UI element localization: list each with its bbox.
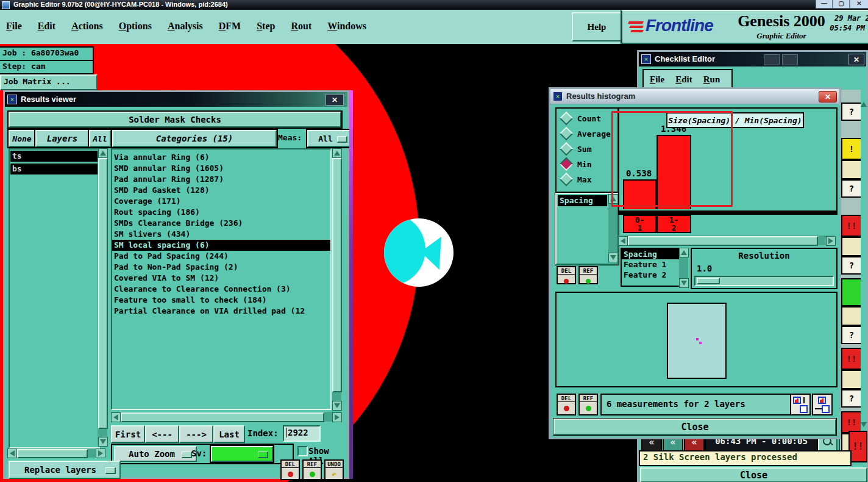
layer-item[interactable]: ts bbox=[10, 151, 98, 162]
checklist-scroll-edge[interactable] bbox=[861, 90, 866, 456]
checklist-close-button[interactable]: Close bbox=[640, 467, 867, 482]
status-error-button[interactable]: !! bbox=[841, 411, 862, 433]
result-box[interactable] bbox=[841, 160, 862, 179]
histogram-export-button[interactable] bbox=[790, 394, 811, 415]
stat-count[interactable]: Count bbox=[561, 113, 601, 123]
category-item[interactable]: SMDs Clearance Bridge (236) bbox=[112, 218, 330, 229]
histogram-del-button[interactable]: DEL bbox=[557, 266, 576, 284]
category-item[interactable]: Feature too small to check (184) bbox=[112, 295, 330, 306]
category-item[interactable]: SMD annular Ring (1605) bbox=[112, 163, 330, 174]
slider-thumb[interactable] bbox=[697, 278, 720, 284]
categories-header-button[interactable]: Categories (15) bbox=[112, 130, 277, 147]
meas-dropdown[interactable]: All bbox=[307, 130, 352, 147]
first-button[interactable]: First bbox=[111, 425, 145, 443]
result-box[interactable] bbox=[841, 370, 862, 389]
auto-zoom-dropdown[interactable]: Auto Zoom bbox=[114, 446, 197, 462]
measures-list[interactable]: Spacing bbox=[555, 193, 619, 265]
menu-step[interactable]: Step bbox=[257, 21, 275, 32]
layers-h-scrollbar[interactable] bbox=[7, 448, 105, 458]
index-input[interactable]: 2922 bbox=[283, 425, 321, 442]
menu-actions[interactable]: Actions bbox=[71, 21, 103, 32]
menu-analysis[interactable]: Analysis bbox=[168, 21, 203, 32]
status-error-button[interactable]: !! bbox=[841, 215, 862, 237]
job-matrix-button[interactable]: Job Matrix ... bbox=[0, 74, 98, 90]
status-warning-button[interactable]: ! bbox=[841, 138, 862, 160]
category-item[interactable]: Coverage (171) bbox=[112, 196, 330, 207]
menu-file[interactable]: File bbox=[6, 21, 22, 32]
resolution-slider[interactable] bbox=[694, 276, 834, 286]
measure-item-selected[interactable]: Spacing bbox=[558, 195, 607, 206]
checklist-titlebar[interactable]: ✕ Checklist Editor ✕ bbox=[639, 52, 866, 67]
categories-list[interactable]: Via annular Ring (6) SMD annular Ring (1… bbox=[111, 148, 332, 410]
menu-rout[interactable]: Rout bbox=[291, 21, 311, 32]
arrow-up-icon[interactable] bbox=[98, 148, 108, 158]
menu-help[interactable]: Help bbox=[572, 12, 622, 41]
arrow-left-icon[interactable] bbox=[7, 448, 17, 458]
next-button[interactable]: ---> bbox=[179, 425, 213, 443]
arrow-down-icon[interactable] bbox=[679, 278, 689, 288]
checklist-menu-file[interactable]: File bbox=[650, 74, 664, 85]
del-button[interactable]: DEL bbox=[280, 459, 300, 480]
help-button[interactable]: ? bbox=[841, 389, 862, 408]
menu-options[interactable]: Options bbox=[119, 21, 152, 32]
menu-edit[interactable]: Edit bbox=[38, 21, 55, 32]
field-item[interactable]: Feature 1 bbox=[622, 259, 679, 270]
stat-min-selected[interactable]: Min bbox=[561, 159, 591, 169]
stat-average[interactable]: Average bbox=[561, 129, 611, 138]
undo-button[interactable]: UNDO ↶ bbox=[324, 459, 344, 480]
categories-h-scrollbar[interactable] bbox=[111, 412, 341, 422]
histogram-import-button[interactable] bbox=[812, 394, 833, 415]
category-item[interactable]: Via annular Ring (6) bbox=[112, 152, 330, 163]
arrow-right-icon[interactable] bbox=[96, 448, 105, 458]
stat-sum[interactable]: Sum bbox=[561, 144, 591, 154]
ref-button[interactable]: REF bbox=[302, 459, 322, 480]
results-viewer-close-icon[interactable]: ✕ bbox=[326, 94, 344, 106]
category-item[interactable]: Partial Clearance on VIA drilled pad (12 bbox=[112, 306, 330, 317]
field-item-selected[interactable]: Spacing bbox=[622, 249, 679, 259]
category-item[interactable]: Rout spacing (186) bbox=[112, 207, 330, 218]
status-error-button[interactable]: !! bbox=[841, 348, 862, 370]
last-button[interactable]: Last bbox=[213, 425, 245, 443]
checklist-minimize-button[interactable] bbox=[764, 54, 780, 65]
show-all-checkbox[interactable] bbox=[297, 446, 308, 456]
category-item[interactable]: Pad to Pad Spacing (244) bbox=[112, 251, 330, 262]
category-item[interactable]: Pad to Non-Pad Spacing (2) bbox=[112, 262, 330, 273]
arrow-up-icon[interactable] bbox=[332, 148, 342, 158]
menu-dfm[interactable]: DFM bbox=[219, 21, 241, 32]
replace-layers-dropdown[interactable]: Replace layers bbox=[9, 461, 121, 479]
result-box[interactable] bbox=[841, 237, 862, 256]
results-viewer-titlebar[interactable]: ✕ Results viewer ✕ bbox=[5, 92, 347, 107]
prev-button[interactable]: <--- bbox=[145, 425, 179, 443]
histogram-h-scrollbar[interactable] bbox=[618, 236, 835, 245]
stat-max[interactable]: Max bbox=[561, 174, 591, 184]
none-button[interactable]: None bbox=[9, 130, 35, 147]
arrow-left-icon[interactable] bbox=[111, 412, 121, 422]
checklist-menu-run[interactable]: Run bbox=[703, 74, 720, 85]
arrow-right-icon[interactable] bbox=[826, 236, 836, 246]
histogram-ref-button-2[interactable]: REF bbox=[578, 394, 598, 415]
layers-scrollbar[interactable] bbox=[98, 148, 107, 446]
help-button[interactable]: ? bbox=[841, 179, 862, 198]
menu-windows[interactable]: Windows bbox=[327, 21, 366, 32]
category-item[interactable]: Covered VIA to SM (12) bbox=[112, 273, 330, 284]
histogram-close-icon[interactable]: ✕ bbox=[819, 91, 837, 103]
layers-button[interactable]: Layers bbox=[35, 130, 89, 147]
histogram-close-button[interactable]: Close bbox=[553, 419, 836, 435]
arrow-right-icon[interactable] bbox=[332, 412, 342, 422]
status-ok-button[interactable] bbox=[841, 278, 862, 306]
arrow-up-icon[interactable] bbox=[679, 248, 689, 257]
arrow-down-icon[interactable] bbox=[861, 422, 867, 427]
layer-item[interactable]: bs bbox=[10, 164, 98, 174]
categories-scrollbar[interactable] bbox=[332, 148, 341, 410]
minimize-button[interactable]: — bbox=[816, 0, 833, 9]
histogram-titlebar[interactable]: ✕ Results histogram ✕ bbox=[550, 89, 839, 104]
category-item[interactable]: Clearance to Clearance Connection (3) bbox=[112, 284, 330, 295]
checklist-menu-edit[interactable]: Edit bbox=[675, 74, 692, 85]
arrow-down-icon[interactable] bbox=[332, 401, 342, 411]
category-item[interactable]: Pad annular Ring (1287) bbox=[112, 174, 330, 185]
all-button[interactable]: All bbox=[89, 130, 111, 147]
checklist-maximize-button[interactable] bbox=[782, 54, 798, 65]
category-item-selected[interactable]: SM local spacing (6) bbox=[112, 240, 330, 251]
sv-color-dropdown[interactable] bbox=[211, 446, 273, 462]
category-item[interactable]: SM slivers (434) bbox=[112, 229, 330, 240]
